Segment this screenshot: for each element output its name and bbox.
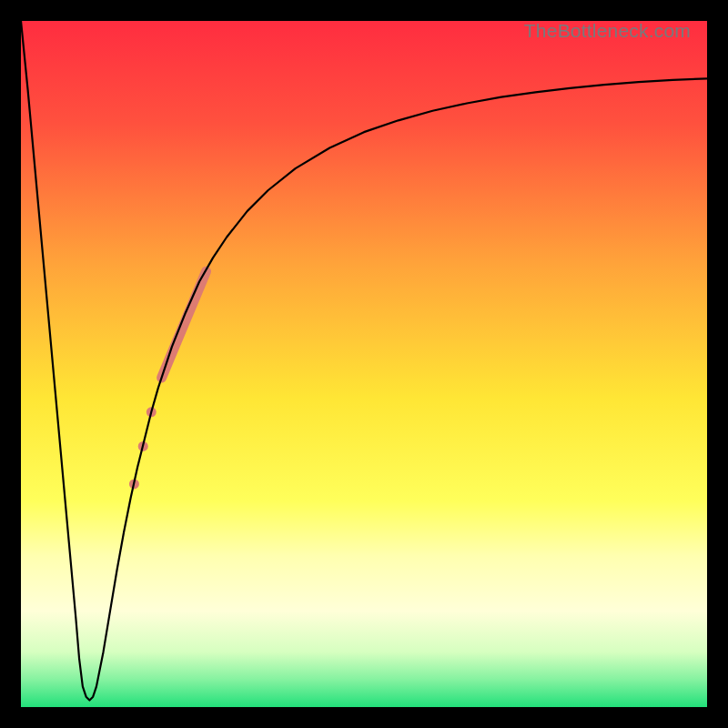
bottleneck-curve: [21, 21, 707, 700]
chart-overlay: [21, 21, 707, 707]
svg-line-1: [162, 271, 207, 378]
watermark-text: TheBottleneck.com: [524, 21, 691, 42]
chart-outer-frame: TheBottleneck.com: [0, 0, 728, 728]
chart-plot-area: TheBottleneck.com: [21, 21, 707, 707]
